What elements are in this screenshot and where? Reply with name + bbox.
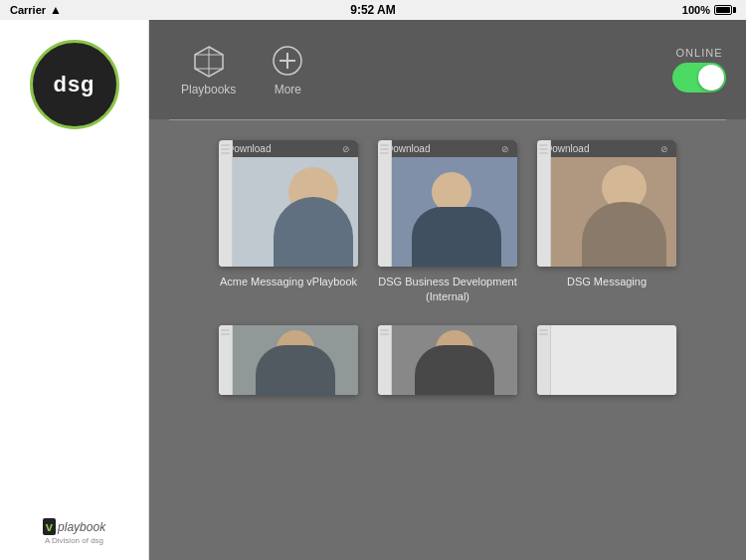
cube-icon: [191, 43, 227, 79]
battery-icon: [714, 5, 736, 15]
card-image-dsg-bizdev: [392, 157, 517, 267]
card-image-6: [551, 325, 676, 395]
battery-label: 100%: [682, 4, 710, 16]
card-inner-4: [219, 325, 358, 395]
playbooks-label: Playbooks: [181, 83, 236, 96]
download-icon-dsg-bizdev: ⊘: [501, 144, 509, 154]
playbook-grid-row1: Download ⊘ Acme Messaging vPlaybook: [179, 140, 716, 305]
download-bar-dsg-bizdev[interactable]: Download ⊘: [378, 140, 517, 157]
book-spine-dsg-bizdev: [378, 140, 392, 267]
download-label-acme: Download: [227, 143, 271, 154]
card-inner-6: [537, 325, 676, 395]
download-label-dsg-messaging: Download: [545, 143, 589, 154]
wifi-icon: ▲: [50, 3, 62, 17]
app-body: dsg v playbook A Division of dsg: [0, 20, 746, 560]
book-spine-acme: [219, 140, 233, 267]
card-image-5: [392, 325, 517, 395]
person-image-1: [233, 157, 358, 267]
download-icon-dsg-messaging: ⊘: [660, 144, 668, 154]
book-spine-dsg-messaging: [537, 140, 551, 267]
sidebar-bottom: v playbook A Division of dsg: [43, 518, 105, 560]
card-image-acme: [233, 157, 358, 267]
online-label: ONLINE: [676, 47, 723, 59]
download-icon-acme: ⊘: [342, 144, 350, 154]
sidebar: dsg v playbook A Division of dsg: [0, 20, 149, 560]
download-bar-dsg-messaging[interactable]: Download ⊘: [537, 140, 676, 157]
person-image-2: [392, 157, 517, 267]
white-image-6: [551, 325, 676, 395]
playbook-card-acme[interactable]: Download ⊘ Acme Messaging vPlaybook: [219, 140, 358, 305]
plus-icon: [270, 43, 305, 79]
card-image-4: [233, 325, 358, 395]
playbook-card-5[interactable]: [378, 325, 517, 395]
vplaybook-sub: A Division of dsg: [45, 536, 103, 545]
playbook-grid-row2: [179, 325, 716, 395]
download-label-dsg-bizdev: Download: [386, 143, 430, 154]
card-label-acme: Acme Messaging vPlaybook: [220, 275, 357, 289]
person-image-3: [551, 157, 676, 267]
more-label: More: [275, 83, 301, 96]
logo-text: dsg: [53, 72, 94, 97]
card-inner-acme: Download ⊘: [219, 140, 358, 267]
book-spine-5: [378, 325, 392, 395]
main-content: Playbooks More ONLINE: [149, 20, 746, 560]
carrier-label: Carrier: [10, 4, 46, 16]
card-inner-dsg-messaging: Download ⊘: [537, 140, 676, 267]
status-right: 100%: [682, 4, 736, 16]
book-spine-6: [537, 325, 551, 395]
top-nav: Playbooks More ONLINE: [149, 20, 746, 119]
person-image-5: [392, 325, 517, 395]
card-image-dsg-messaging: [551, 157, 676, 267]
playbook-card-4[interactable]: [219, 325, 358, 395]
card-inner-5: [378, 325, 517, 395]
nav-playbooks[interactable]: Playbooks: [169, 35, 248, 104]
card-label-dsg-bizdev: DSG Business Development (Internal): [378, 275, 517, 305]
person-image-4: [233, 325, 358, 395]
nav-more[interactable]: More: [258, 35, 317, 104]
vplaybook-logo: v playbook: [43, 518, 105, 535]
book-spine-4: [219, 325, 233, 395]
download-bar-acme[interactable]: Download ⊘: [219, 140, 358, 157]
playbook-card-dsg-messaging[interactable]: Download ⊘ DSG Messaging: [537, 140, 676, 305]
card-label-dsg-messaging: DSG Messaging: [567, 275, 647, 289]
status-time: 9:52 AM: [350, 3, 396, 17]
playbook-card-dsg-bizdev[interactable]: Download ⊘ DSG Business Development (Int: [378, 140, 517, 305]
playbook-card-6[interactable]: [537, 325, 676, 395]
status-bar: Carrier ▲ 9:52 AM 100%: [0, 0, 746, 20]
toggle-switch[interactable]: [672, 63, 726, 93]
vplaybook-name: playbook: [58, 520, 105, 534]
vplaybook-v: v: [43, 518, 56, 535]
online-toggle[interactable]: ONLINE: [672, 47, 726, 93]
toggle-knob: [698, 65, 724, 91]
status-left: Carrier ▲: [10, 3, 62, 17]
content-area: Download ⊘ Acme Messaging vPlaybook: [149, 120, 746, 560]
card-inner-dsg-bizdev: Download ⊘: [378, 140, 517, 267]
logo: dsg: [30, 40, 119, 129]
